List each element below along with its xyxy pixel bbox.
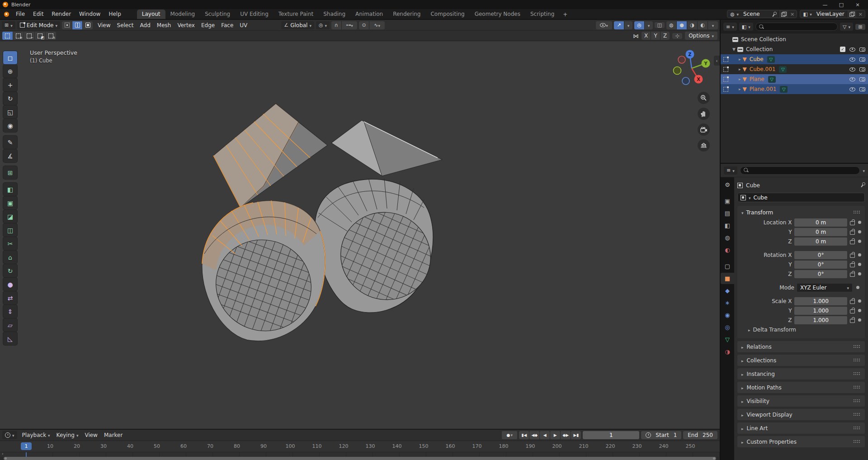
- next-keyframe-button[interactable]: ◆▶: [561, 431, 571, 439]
- shading-dropdown[interactable]: [708, 21, 718, 29]
- delta-transform-panel[interactable]: Delta Transform: [737, 325, 865, 335]
- gizmos-dropdown[interactable]: [624, 21, 632, 29]
- tool-inset-faces[interactable]: ▣: [3, 196, 17, 209]
- menu-edit[interactable]: Edit: [29, 10, 47, 18]
- viewport-menu-face[interactable]: Face: [218, 21, 236, 29]
- xray-toggle[interactable]: ◫: [655, 22, 665, 28]
- zoom-button[interactable]: [698, 92, 710, 104]
- drag-grip[interactable]: [853, 372, 861, 376]
- drag-grip[interactable]: [853, 345, 861, 349]
- properties-tab-collection[interactable]: ▢: [721, 261, 734, 272]
- jump-to-start-button[interactable]: ▮◀: [519, 431, 529, 439]
- outliner-item-cube[interactable]: ▸▼Cube▽: [721, 54, 868, 64]
- viewlayer-browse-button[interactable]: ◧: [800, 10, 814, 18]
- shading-material-preview[interactable]: ◑: [687, 21, 697, 29]
- playhead[interactable]: [26, 452, 27, 457]
- viewlayer-name-field[interactable]: ViewLayer: [814, 10, 847, 18]
- options-dropdown[interactable]: Options: [685, 32, 717, 40]
- viewport-menu-edge[interactable]: Edge: [198, 21, 218, 29]
- disclosure-right-icon[interactable]: ▸: [739, 77, 741, 81]
- menu-file[interactable]: File: [12, 10, 29, 18]
- panel-motion-paths[interactable]: Motion Paths: [737, 382, 865, 393]
- properties-tab-scene[interactable]: ◍: [721, 232, 734, 243]
- properties-tab-constraints[interactable]: ◎: [721, 322, 734, 333]
- disclosure-down-icon[interactable]: ▼: [732, 47, 736, 52]
- minimize-button[interactable]: —: [817, 0, 833, 9]
- lock-icon[interactable]: [850, 238, 854, 244]
- animate-dot-button[interactable]: [858, 263, 861, 266]
- select-mode-face[interactable]: [83, 21, 93, 29]
- viewport-menu-mesh[interactable]: Mesh: [154, 21, 175, 29]
- viewport-menu-add[interactable]: Add: [137, 21, 154, 29]
- menu-window[interactable]: Window: [75, 10, 104, 18]
- lock-icon[interactable]: [850, 229, 854, 235]
- camera-visibility-icon[interactable]: [859, 77, 865, 81]
- close-button[interactable]: ×: [850, 0, 865, 9]
- drag-grip[interactable]: [853, 358, 861, 362]
- lock-icon[interactable]: [850, 252, 854, 258]
- tool-cursor[interactable]: ⊕: [3, 65, 17, 78]
- current-frame-field[interactable]: 1: [583, 431, 639, 439]
- workspace-tab-scripting[interactable]: Scripting: [525, 9, 559, 19]
- outliner-filter-type[interactable]: ◧: [739, 23, 753, 31]
- timeline-channels[interactable]: ›: [0, 452, 720, 457]
- select-set[interactable]: [2, 32, 13, 40]
- scene-collection-row[interactable]: Scene Collection: [721, 34, 868, 44]
- tool-rotate[interactable]: ↻: [3, 92, 17, 105]
- properties-options-dropdown[interactable]: [863, 167, 865, 174]
- blender-menu-icon[interactable]: [3, 11, 10, 17]
- animate-dot-button[interactable]: [858, 253, 861, 256]
- timeline-ruler[interactable]: 1 10203040506070809010011012013014015016…: [0, 441, 720, 452]
- animate-dot-button[interactable]: [856, 286, 859, 289]
- properties-tab-particles[interactable]: ∗: [721, 297, 734, 308]
- properties-tab-modifiers[interactable]: ◆: [721, 285, 734, 296]
- pan-hand-button[interactable]: [698, 108, 710, 120]
- field-scale-x[interactable]: 1.000: [794, 297, 847, 305]
- viewport-menu-view[interactable]: View: [94, 21, 113, 29]
- pin-icon[interactable]: [861, 182, 865, 187]
- lock-icon[interactable]: [850, 317, 854, 323]
- properties-editor-selector[interactable]: ≡: [724, 166, 737, 175]
- tool-transform[interactable]: ◉: [3, 119, 17, 132]
- mode-selector[interactable]: Edit Mode: [17, 21, 60, 29]
- transform-panel-header[interactable]: Transform: [737, 207, 865, 218]
- select-subtract[interactable]: −: [24, 32, 34, 40]
- add-workspace-button[interactable]: +: [559, 10, 571, 19]
- select-mode-vertex[interactable]: [62, 21, 72, 29]
- frame-end-field[interactable]: End250: [683, 431, 717, 439]
- field-z[interactable]: 0 m: [794, 237, 847, 246]
- workspace-tab-texture-paint[interactable]: Texture Paint: [274, 9, 318, 19]
- snap-toggle[interactable]: ∩: [331, 21, 341, 29]
- outliner-filter-dropdown[interactable]: ▽: [840, 23, 853, 31]
- camera-visibility-icon[interactable]: [859, 57, 865, 62]
- play-reverse-button[interactable]: ◀: [540, 431, 550, 439]
- tool-shear[interactable]: ▱: [3, 318, 17, 332]
- properties-search[interactable]: [740, 166, 860, 175]
- timeline-menu-marker[interactable]: Marker: [101, 431, 126, 439]
- transform-orientation-selector[interactable]: ∠Global: [281, 21, 314, 29]
- falloff-selector[interactable]: ∿: [369, 21, 385, 29]
- field-mode[interactable]: XYZ Euler: [797, 284, 852, 292]
- play-button[interactable]: ▶: [550, 431, 560, 439]
- lock-icon[interactable]: [850, 298, 854, 304]
- field-y[interactable]: 0 m: [794, 228, 847, 236]
- workspace-tab-layout[interactable]: Layout: [137, 9, 165, 19]
- outliner-item-plane-001[interactable]: ▸▼Plane.001▽: [721, 84, 868, 94]
- eye-icon[interactable]: [849, 67, 855, 71]
- mirror-axis-y[interactable]: Y: [651, 32, 660, 40]
- new-collection-button[interactable]: ⊞: [855, 24, 865, 30]
- workspace-tab-sculpting[interactable]: Sculpting: [200, 9, 235, 19]
- camera-visibility-icon[interactable]: [859, 87, 865, 91]
- tool-measure[interactable]: ∡: [3, 149, 17, 162]
- viewport-canvas[interactable]: User Perspective (1) Cube ◻⊕+↻◱◉✎∡⊞◧▣◪◫✂…: [0, 41, 720, 429]
- overlays-dropdown[interactable]: [645, 21, 653, 29]
- camera-view-button[interactable]: [698, 123, 710, 136]
- eye-icon[interactable]: [849, 47, 855, 52]
- properties-tab-render[interactable]: ▣: [721, 195, 734, 207]
- frame-start-field[interactable]: Start1: [641, 431, 681, 439]
- scene-duplicate-button[interactable]: [778, 10, 788, 18]
- panel-visibility[interactable]: Visibility: [737, 395, 865, 407]
- pivot-point-selector[interactable]: ◎: [316, 21, 330, 29]
- animate-dot-button[interactable]: [858, 240, 861, 243]
- workspace-tab-rendering[interactable]: Rendering: [388, 9, 425, 19]
